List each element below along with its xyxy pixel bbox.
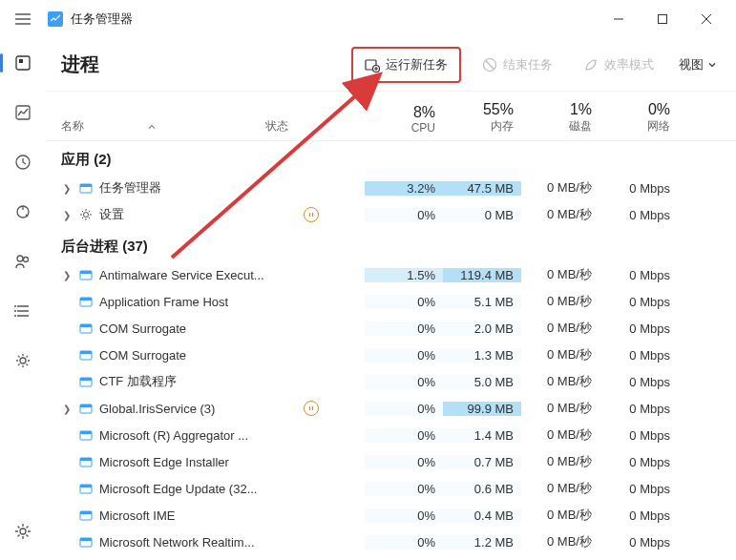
- process-name: COM Surrogate: [99, 321, 186, 336]
- process-row[interactable]: ❯Microsoft Edge Update (32... 0% 0.6 MB …: [46, 475, 736, 502]
- expand-chevron-icon[interactable]: ❯: [61, 210, 73, 220]
- col-name[interactable]: 名称: [61, 118, 265, 135]
- cpu-cell: 0%: [365, 295, 443, 309]
- network-cell: 0 Mbps: [599, 268, 678, 282]
- menu-button[interactable]: [8, 4, 38, 34]
- process-status-cell: [265, 401, 365, 416]
- process-row[interactable]: ❯任务管理器 3.2% 47.5 MB 0 MB/秒 0 Mbps: [46, 175, 736, 201]
- process-row[interactable]: ❯Global.IrisService (3) 0% 99.9 MB 0 MB/…: [46, 395, 736, 422]
- app-icon: [48, 11, 63, 27]
- svg-rect-2: [19, 59, 23, 63]
- nav-settings[interactable]: [6, 514, 40, 549]
- process-name: Application Frame Host: [99, 295, 228, 309]
- svg-point-6: [17, 256, 23, 261]
- cpu-cell: 1.5%: [365, 268, 443, 282]
- process-row[interactable]: ❯设置 0% 0 MB 0 MB/秒 0 Mbps: [46, 201, 736, 228]
- col-disk[interactable]: 1%磁盘: [521, 101, 599, 135]
- close-button[interactable]: [684, 4, 728, 34]
- nav-services[interactable]: [6, 343, 40, 378]
- col-status[interactable]: 状态: [265, 118, 365, 135]
- process-icon: [78, 427, 94, 443]
- chevron-down-icon: [707, 60, 717, 70]
- view-label: 视图: [679, 56, 704, 73]
- process-name: 设置: [99, 206, 124, 223]
- minimize-button[interactable]: [597, 4, 641, 34]
- network-cell: 0 Mbps: [599, 181, 678, 196]
- process-name: Microsoft (R) Aggregator ...: [99, 428, 248, 443]
- col-status-label: 状态: [265, 119, 288, 133]
- process-row[interactable]: ❯Microsoft IME 0% 0.4 MB 0 MB/秒 0 Mbps: [46, 502, 736, 529]
- net-lbl: 网络: [647, 118, 670, 135]
- disk-cell: 0 MB/秒: [521, 426, 599, 444]
- leaf-icon: [583, 57, 599, 73]
- mem-pct: 55%: [483, 101, 514, 118]
- process-row[interactable]: ❯Antimalware Service Execut... 1.5% 119.…: [46, 261, 736, 288]
- svg-rect-32: [80, 431, 92, 434]
- network-cell: 0 Mbps: [599, 455, 678, 469]
- disk-cell: 0 MB/秒: [521, 346, 599, 363]
- process-name: Microsoft IME: [99, 508, 175, 523]
- nav-performance[interactable]: [6, 95, 40, 130]
- efficiency-label: 效率模式: [604, 56, 654, 73]
- process-icon: [78, 267, 94, 282]
- end-task-icon: [482, 57, 497, 73]
- column-headers: 名称 状态 8%CPU 55%内存 1%磁盘 0%网络: [46, 92, 736, 141]
- run-new-task-button[interactable]: 运行新任务: [351, 47, 461, 83]
- group-apps-header: 应用 (2): [46, 141, 736, 175]
- process-row[interactable]: ❯Microsoft (R) Aggregator ... 0% 1.4 MB …: [46, 422, 736, 448]
- process-name: Microsoft Edge Update (32...: [99, 482, 257, 496]
- cpu-lbl: CPU: [411, 121, 435, 135]
- col-memory[interactable]: 55%内存: [443, 101, 521, 135]
- main-area: 进程 运行新任务 结束任务 效率模式 视图 名称 状态: [46, 38, 736, 560]
- process-icon: [78, 347, 94, 363]
- process-name-cell: ❯Antimalware Service Execut...: [61, 267, 265, 282]
- process-row[interactable]: ❯CTF 加载程序 0% 5.0 MB 0 MB/秒 0 Mbps: [46, 368, 736, 395]
- status-suspended-icon: [304, 401, 319, 416]
- process-name: COM Surrogate: [99, 348, 186, 363]
- expand-chevron-icon[interactable]: ❯: [61, 183, 73, 194]
- process-row[interactable]: ❯COM Surrogate 0% 1.3 MB 0 MB/秒 0 Mbps: [46, 342, 736, 368]
- nav-users[interactable]: [6, 244, 40, 279]
- process-icon: [78, 321, 94, 336]
- network-cell: 0 Mbps: [599, 402, 678, 416]
- cpu-cell: 0%: [365, 535, 443, 550]
- network-cell: 0 Mbps: [599, 375, 678, 389]
- nav-history[interactable]: [6, 145, 40, 179]
- nav-details[interactable]: [6, 294, 40, 328]
- group-bg-header: 后台进程 (37): [46, 228, 736, 261]
- process-row[interactable]: ❯COM Surrogate 0% 2.0 MB 0 MB/秒 0 Mbps: [46, 315, 736, 342]
- memory-cell: 99.9 MB: [443, 402, 521, 416]
- col-network[interactable]: 0%网络: [599, 101, 678, 135]
- cpu-cell: 0%: [365, 428, 443, 443]
- process-list[interactable]: 应用 (2) ❯任务管理器 3.2% 47.5 MB 0 MB/秒 0 Mbps…: [46, 141, 736, 560]
- svg-rect-17: [80, 184, 92, 187]
- expand-chevron-icon[interactable]: ❯: [61, 404, 73, 414]
- end-task-label: 结束任务: [503, 56, 553, 73]
- svg-point-7: [24, 258, 29, 262]
- page-title: 进程: [61, 52, 99, 77]
- svg-rect-20: [80, 271, 92, 274]
- svg-rect-36: [80, 485, 92, 487]
- col-cpu[interactable]: 8%CPU: [365, 104, 443, 135]
- process-name: Microsoft Edge Installer: [99, 455, 229, 469]
- network-cell: 0 Mbps: [599, 321, 678, 336]
- svg-rect-38: [80, 511, 92, 514]
- process-name: Antimalware Service Execut...: [99, 268, 264, 282]
- nav-rail: [0, 38, 46, 560]
- process-row[interactable]: ❯Application Frame Host 0% 5.1 MB 0 MB/秒…: [46, 288, 736, 315]
- process-row[interactable]: ❯Microsoft Network Realtim... 0% 1.2 MB …: [46, 529, 736, 555]
- cpu-cell: 0%: [365, 455, 443, 469]
- disk-cell: 0 MB/秒: [521, 373, 599, 390]
- network-cell: 0 Mbps: [599, 295, 678, 309]
- process-icon: [78, 454, 94, 469]
- expand-chevron-icon[interactable]: ❯: [61, 270, 73, 280]
- nav-processes[interactable]: [6, 46, 40, 80]
- process-row[interactable]: ❯Microsoft Edge Installer 0% 0.7 MB 0 MB…: [46, 448, 736, 475]
- cpu-cell: 0%: [365, 208, 443, 222]
- network-cell: 0 Mbps: [599, 482, 678, 496]
- memory-cell: 1.2 MB: [443, 535, 521, 550]
- disk-cell: 0 MB/秒: [521, 179, 599, 197]
- maximize-button[interactable]: [641, 4, 684, 34]
- nav-startup[interactable]: [6, 195, 40, 229]
- view-menu-button[interactable]: 视图: [675, 51, 721, 79]
